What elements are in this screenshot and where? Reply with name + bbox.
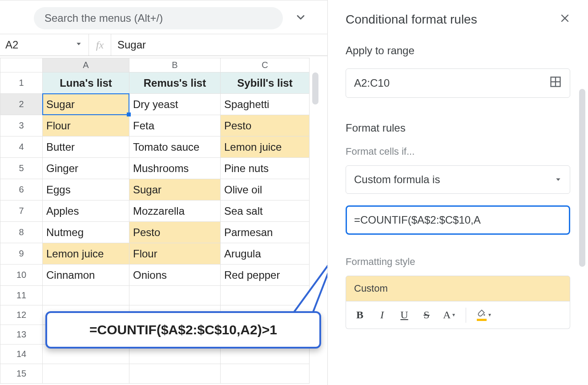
cell-A1[interactable]: Luna's list xyxy=(43,72,129,94)
cell-C11[interactable] xyxy=(221,286,310,305)
column-header-A[interactable]: A xyxy=(43,58,129,72)
cell-B10[interactable]: Onions xyxy=(129,265,221,286)
cell-C8[interactable]: Parmesan xyxy=(221,222,310,243)
row-header-1[interactable]: 1 xyxy=(0,72,43,94)
menu-search-placeholder: Search the menus (Alt+/) xyxy=(44,12,163,24)
bold-button[interactable]: B xyxy=(354,309,366,321)
cell-B6[interactable]: Sugar xyxy=(129,179,221,201)
select-all-corner[interactable] xyxy=(0,58,43,72)
style-preview[interactable]: Custom xyxy=(346,276,570,301)
menu-search-input[interactable]: Search the menus (Alt+/) xyxy=(34,7,283,29)
custom-formula-input[interactable]: =COUNTIF($A$2:$C$10,A xyxy=(346,205,570,235)
italic-button[interactable]: I xyxy=(376,309,388,321)
format-rules-label: Format rules xyxy=(346,122,570,134)
cell-C6[interactable]: Olive oil xyxy=(221,179,310,201)
underline-button[interactable]: U xyxy=(399,309,410,321)
row-header-13[interactable]: 13 xyxy=(0,325,43,345)
name-box[interactable]: A2 xyxy=(0,34,89,56)
row-header-8[interactable]: 8 xyxy=(0,222,43,243)
cell-A3[interactable]: Flour xyxy=(43,115,129,136)
close-icon[interactable] xyxy=(560,13,570,27)
formula-bar-value: Sugar xyxy=(117,39,146,51)
strike-button[interactable]: S xyxy=(421,309,432,321)
cell-C9[interactable]: Arugula xyxy=(221,243,310,265)
cell-C3[interactable]: Pesto xyxy=(221,115,310,136)
cell-C7[interactable]: Sea salt xyxy=(221,201,310,222)
cell-A6[interactable]: Eggs xyxy=(43,179,129,201)
column-header-C[interactable]: C xyxy=(221,58,310,72)
cell-B7[interactable]: Mozzarella xyxy=(129,201,221,222)
condition-select-value: Custom formula is xyxy=(354,173,440,186)
formatting-style-label: Formatting style xyxy=(346,256,570,268)
panel-scrollbar[interactable] xyxy=(579,89,585,267)
selection-handle[interactable] xyxy=(127,112,131,116)
cell-B4[interactable]: Tomato sauce xyxy=(129,136,221,158)
range-input[interactable]: A2:C10 xyxy=(346,68,570,98)
cell-B2[interactable]: Dry yeast xyxy=(129,94,221,115)
caret-down-icon: ▾ xyxy=(488,312,491,318)
row-header-15[interactable]: 15 xyxy=(0,364,43,384)
cell-A10[interactable]: Cinnamon xyxy=(43,265,129,286)
cell-B5[interactable]: Mushrooms xyxy=(129,158,221,179)
fx-icon: fx xyxy=(89,34,111,56)
cell-B11[interactable] xyxy=(129,286,221,305)
cell-A9[interactable]: Lemon juice xyxy=(43,243,129,265)
format-cells-if-label: Format cells if... xyxy=(346,146,570,157)
caret-down-icon: ▾ xyxy=(452,312,455,318)
cell-C15[interactable] xyxy=(221,364,310,384)
range-input-value: A2:C10 xyxy=(354,77,390,89)
row-header-5[interactable]: 5 xyxy=(0,158,43,179)
row-header-3[interactable]: 3 xyxy=(0,115,43,136)
chevron-down-icon[interactable] xyxy=(294,11,307,25)
toolbar-divider xyxy=(466,308,466,323)
cell-A8[interactable]: Nutmeg xyxy=(43,222,129,243)
fill-color-button[interactable]: ▾ xyxy=(477,309,491,321)
cell-A4[interactable]: Butter xyxy=(43,136,129,158)
cell-C1[interactable]: Sybill's list xyxy=(221,72,310,94)
row-header-12[interactable]: 12 xyxy=(0,305,43,325)
apply-to-range-label: Apply to range xyxy=(346,44,570,57)
sheet-scrollbar[interactable] xyxy=(312,72,318,104)
custom-formula-value: =COUNTIF($A$2:$C$10,A xyxy=(354,214,481,226)
caret-down-icon xyxy=(555,173,562,186)
cell-B3[interactable]: Feta xyxy=(129,115,221,136)
row-header-4[interactable]: 4 xyxy=(0,136,43,158)
cell-B8[interactable]: Pesto xyxy=(129,222,221,243)
row-header-9[interactable]: 9 xyxy=(0,243,43,265)
formula-bar[interactable]: Sugar xyxy=(111,39,146,51)
row-header-2[interactable]: 2 xyxy=(0,94,43,115)
cell-A5[interactable]: Ginger xyxy=(43,158,129,179)
name-box-value: A2 xyxy=(5,39,18,51)
grid-range-icon[interactable] xyxy=(549,76,562,91)
cell-C2[interactable]: Spaghetti xyxy=(221,94,310,115)
cell-A11[interactable] xyxy=(43,286,129,305)
caret-down-icon xyxy=(75,40,82,49)
row-header-11[interactable]: 11 xyxy=(0,286,43,305)
cell-C5[interactable]: Pine nuts xyxy=(221,158,310,179)
cell-C10[interactable]: Red pepper xyxy=(221,265,310,286)
cell-B9[interactable]: Flour xyxy=(129,243,221,265)
column-header-B[interactable]: B xyxy=(129,58,221,72)
row-header-10[interactable]: 10 xyxy=(0,265,43,286)
cell-A7[interactable]: Apples xyxy=(43,201,129,222)
row-header-6[interactable]: 6 xyxy=(0,179,43,201)
panel-title: Conditional format rules xyxy=(346,12,477,27)
cell-B1[interactable]: Remus's list xyxy=(129,72,221,94)
formula-callout: =COUNTIF($A$2:$C$10,A2)>1 xyxy=(45,311,321,349)
formula-callout-text: =COUNTIF($A$2:$C$10,A2)>1 xyxy=(89,322,277,337)
cell-C4[interactable]: Lemon juice xyxy=(221,136,310,158)
style-preview-text: Custom xyxy=(354,283,388,294)
condition-select[interactable]: Custom formula is xyxy=(346,165,570,194)
conditional-format-panel: Conditional format rules Apply to range … xyxy=(327,0,588,385)
row-header-7[interactable]: 7 xyxy=(0,201,43,222)
row-header-14[interactable]: 14 xyxy=(0,345,43,364)
cell-A15[interactable] xyxy=(43,364,129,384)
svg-point-3 xyxy=(484,314,485,316)
style-toolbar: B I U S A ▾ ▾ xyxy=(346,301,570,329)
fill-color-icon xyxy=(477,309,487,318)
cell-B15[interactable] xyxy=(129,364,221,384)
text-color-button[interactable]: A ▾ xyxy=(443,309,455,321)
cell-A2[interactable]: Sugar xyxy=(43,94,129,115)
